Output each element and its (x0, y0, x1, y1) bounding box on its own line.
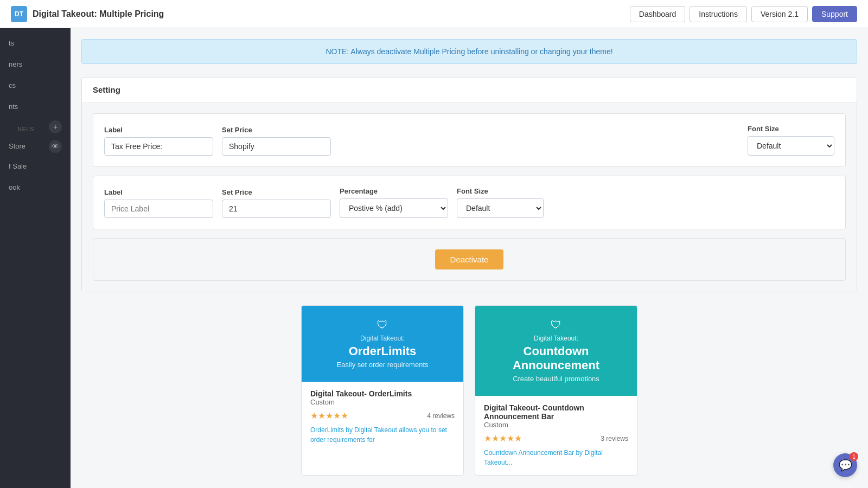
instructions-button[interactable]: Instructions (690, 6, 747, 22)
chat-bubble[interactable]: 💬 1 (833, 453, 857, 477)
app-title: Digital Takeout: Multiple Pricing (33, 9, 164, 19)
app-logo-icon: DT (11, 6, 27, 22)
label-input-2[interactable] (104, 200, 213, 218)
form-group-label-1: Label (104, 126, 213, 156)
sidebar-item-store[interactable]: Store (9, 139, 25, 153)
sidebar-item-ners[interactable]: ners (0, 54, 71, 75)
promo-card-orderlimits: 🛡 Digital Takeout: OrderLimits Easily se… (301, 305, 464, 476)
form-group-label-2: Label (104, 188, 213, 218)
price-header-1: Set Price (222, 126, 331, 134)
price-header-2: Set Price (222, 188, 331, 196)
chat-badge: 1 (850, 452, 858, 461)
promo-card-body-orderlimits: Digital Takeout- OrderLimits Custom ★★★★… (302, 382, 463, 452)
form-row-2: Label Set Price Percentage Postive % (ad… (104, 187, 834, 218)
deactivate-area: Deactivate (93, 238, 846, 281)
setting-card: Setting Label Set Price Font Size (81, 77, 857, 292)
setting-card-header: Setting (82, 78, 857, 102)
app-logo: DT Digital Takeout: Multiple Pricing (11, 6, 623, 22)
countdown-name: Digital Takeout- Countdown Announcement … (484, 403, 628, 421)
setting-card-body: Label Set Price Font Size Default Small … (82, 102, 857, 292)
sidebar: ts ners cs nts NELS + Store 👁 f Sale ook (0, 0, 71, 488)
form-section-1: Label Set Price Font Size Default Small … (93, 113, 846, 167)
price-input-1[interactable] (222, 137, 331, 156)
promo-card-header-countdown: 🛡 Digital Takeout: Countdown Announcemen… (475, 306, 637, 396)
font-header-1: Font Size (748, 125, 834, 133)
main-content: NOTE: Always deactivate Multiple Pricing… (71, 28, 868, 488)
orderlimits-stars: ★★★★★ (310, 410, 348, 421)
sidebar-section-label: NELS (9, 119, 43, 134)
promo-cards-row: 🛡 Digital Takeout: OrderLimits Easily se… (81, 305, 857, 476)
form-group-price-1: Set Price (222, 126, 331, 156)
sidebar-item-ts[interactable]: ts (0, 33, 71, 54)
sidebar-item-nts[interactable]: nts (0, 96, 71, 117)
sidebar-item-ook[interactable]: ook (0, 177, 71, 198)
price-input-2[interactable] (222, 200, 331, 218)
label-header-1: Label (104, 126, 213, 134)
orderlimits-reviews: 4 reviews (427, 412, 455, 420)
label-input-1[interactable] (104, 137, 213, 156)
percentage-select-2[interactable]: Postive % (add) Negative % (subtract) Fi… (340, 198, 448, 218)
font-select-2[interactable]: Default Small Medium Large (457, 198, 544, 218)
deactivate-button[interactable]: Deactivate (435, 249, 504, 269)
orderlimits-icon: 🛡 (312, 319, 452, 331)
orderlimits-name: Digital Takeout- OrderLimits (310, 389, 455, 398)
countdown-reviews: 3 reviews (601, 435, 628, 442)
orderlimits-title: OrderLimits (312, 344, 452, 358)
notice-banner: NOTE: Always deactivate Multiple Pricing… (81, 39, 857, 64)
label-header-2: Label (104, 188, 213, 196)
form-section-2: Label Set Price Percentage Postive % (ad… (93, 176, 846, 229)
countdown-rating-row: ★★★★★ 3 reviews (484, 433, 628, 444)
form-group-font-1: Font Size Default Small Medium Large (748, 125, 834, 156)
add-channel-button[interactable]: + (49, 120, 62, 133)
promo-card-body-countdown: Digital Takeout- Countdown Announcement … (475, 396, 637, 475)
countdown-icon: 🛡 (486, 319, 626, 331)
store-eye-icon[interactable]: 👁 (49, 140, 62, 153)
orderlimits-brand: Digital Takeout: (312, 335, 452, 342)
orderlimits-type: Custom (310, 398, 455, 406)
countdown-stars: ★★★★★ (484, 433, 522, 444)
sidebar-item-cs[interactable]: cs (0, 75, 71, 96)
top-nav: DT Digital Takeout: Multiple Pricing Das… (0, 0, 868, 28)
orderlimits-desc[interactable]: OrderLimits by Digital Takeout allows yo… (310, 425, 455, 445)
sidebar-channels-section: NELS + (0, 117, 71, 137)
orderlimits-rating-row: ★★★★★ 4 reviews (310, 410, 455, 421)
support-button[interactable]: Support (812, 6, 857, 22)
version-button[interactable]: Version 2.1 (751, 6, 808, 22)
form-group-font-2: Font Size Default Small Medium Large (457, 187, 544, 218)
orderlimits-subtitle: Easily set order requirements (312, 361, 452, 369)
nav-buttons: Dashboard Instructions Version 2.1 Suppo… (630, 6, 857, 22)
countdown-type: Custom (484, 421, 628, 429)
form-group-price-2: Set Price (222, 188, 331, 218)
form-group-percentage-2: Percentage Postive % (add) Negative % (s… (340, 187, 448, 218)
countdown-title: Countdown Announcement (486, 344, 626, 373)
dashboard-button[interactable]: Dashboard (630, 6, 686, 22)
countdown-desc[interactable]: Countdown Announcement Bar by Digital Ta… (484, 448, 628, 467)
countdown-brand: Digital Takeout: (486, 335, 626, 342)
percentage-header-2: Percentage (340, 187, 448, 195)
font-header-2: Font Size (457, 187, 544, 195)
sidebar-item-fsale[interactable]: f Sale (0, 156, 71, 177)
promo-card-header-orderlimits: 🛡 Digital Takeout: OrderLimits Easily se… (302, 306, 463, 382)
font-select-1[interactable]: Default Small Medium Large (748, 136, 834, 156)
promo-card-countdown: 🛡 Digital Takeout: Countdown Announcemen… (475, 305, 637, 476)
sidebar-store-row: Store 👁 (0, 137, 71, 156)
countdown-subtitle: Create beautiful promotions (486, 375, 626, 383)
form-row-1: Label Set Price Font Size Default Small … (104, 125, 834, 156)
